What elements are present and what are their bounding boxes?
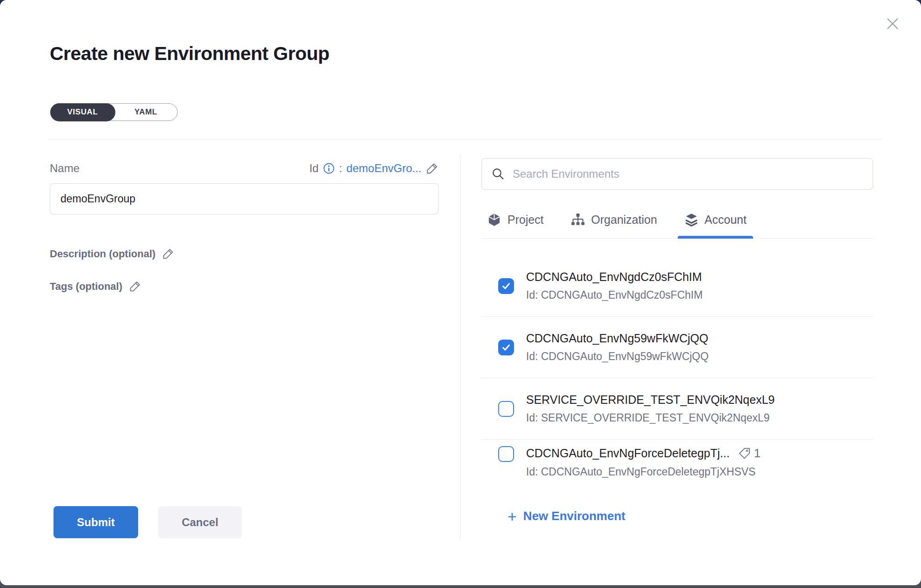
tags-label-row: Tags (optional) (50, 280, 141, 293)
name-row: Name Id : demoEnvGro... (50, 162, 439, 175)
close-icon (884, 15, 901, 33)
environment-name: SERVICE_OVERRIDE_TEST_ENVQik2NqexL9 (526, 393, 774, 407)
tab-account-label: Account (705, 213, 747, 227)
new-environment-label: New Environment (523, 509, 626, 523)
environment-id: Id: CDCNGAuto_EnvNgdCz0sFChIM (526, 289, 703, 301)
org-chart-icon (571, 213, 585, 227)
environment-id: Id: CDCNGAuto_EnvNg59wFkWCjQQ (526, 350, 708, 363)
environment-checkbox[interactable] (498, 401, 514, 417)
check-icon (501, 342, 511, 353)
id-label: Id (309, 162, 319, 175)
edit-description-pencil-icon[interactable] (162, 247, 174, 260)
environment-tags: 1 (738, 446, 761, 461)
tag-count: 1 (754, 446, 761, 461)
edit-id-pencil-icon[interactable] (426, 162, 439, 175)
tab-project-label: Project (507, 213, 544, 227)
cancel-button[interactable]: Cancel (158, 506, 242, 538)
layers-icon (684, 213, 699, 227)
visual-yaml-toggle: VISUAL YAML (50, 103, 178, 121)
vertical-divider (460, 154, 460, 540)
environment-list-item: SERVICE_OVERRIDE_TEST_ENVQik2NqexL9 Id: … (481, 378, 873, 440)
environment-list: CDCNGAuto_EnvNgdCz0sFChIM Id: CDCNGAuto_… (481, 239, 873, 488)
tab-project[interactable]: Project (484, 207, 547, 233)
environment-checkbox[interactable] (498, 446, 514, 462)
name-input[interactable] (50, 183, 439, 214)
environment-text: CDCNGAuto_EnvNg59wFkWCjQQ Id: CDCNGAuto_… (526, 332, 708, 363)
new-environment-button[interactable]: + New Environment (507, 509, 625, 523)
scope-tabs: Project Organization (481, 207, 873, 239)
environment-name: CDCNGAuto_EnvNgdCz0sFChIM (526, 270, 702, 284)
name-label: Name (50, 162, 80, 175)
check-icon (501, 281, 511, 291)
environment-checkbox[interactable] (498, 340, 514, 355)
environment-list-item: CDCNGAuto_EnvNgdCz0sFChIM Id: CDCNGAuto_… (481, 255, 873, 317)
search-box (481, 158, 873, 190)
description-label-row: Description (optional) (50, 247, 174, 260)
toggle-visual[interactable]: VISUAL (50, 103, 115, 121)
environment-checkbox[interactable] (498, 278, 514, 294)
toggle-yaml[interactable]: YAML (114, 104, 177, 120)
environment-name: CDCNGAuto_EnvNgForceDeletegpTj... (526, 447, 730, 460)
submit-button[interactable]: Submit (53, 506, 138, 538)
plus-icon: + (507, 510, 517, 522)
edit-tags-pencil-icon[interactable] (129, 280, 141, 293)
tab-account[interactable]: Account (681, 207, 749, 233)
environment-list-item: CDCNGAuto_EnvNgForceDeletegpTj... 1 Id: … (481, 440, 873, 488)
create-environment-group-dialog: Create new Environment Group VISUAL YAML… (0, 0, 921, 585)
search-environments-input[interactable] (513, 167, 863, 180)
entity-id-group: Id : demoEnvGro... (309, 162, 439, 175)
environment-id: Id: SERVICE_OVERRIDE_TEST_ENVQik2NqexL9 (526, 412, 774, 424)
cube-icon (487, 213, 501, 227)
tab-organization-label: Organization (591, 213, 657, 227)
description-label: Description (optional) (50, 248, 155, 260)
id-separator: : (339, 162, 342, 175)
info-icon[interactable] (323, 162, 335, 174)
environment-text: SERVICE_OVERRIDE_TEST_ENVQik2NqexL9 Id: … (526, 393, 774, 424)
header-divider (50, 139, 882, 140)
environment-id: Id: CDCNGAuto_EnvNgForceDeletegpTjXHSVS (526, 466, 761, 478)
dialog-title: Create new Environment Group (50, 43, 329, 65)
environment-list-item: CDCNGAuto_EnvNg59wFkWCjQQ Id: CDCNGAuto_… (481, 317, 873, 378)
environment-text: CDCNGAuto_EnvNgForceDeletegpTj... 1 Id: … (526, 446, 761, 478)
id-value[interactable]: demoEnvGro... (347, 162, 421, 175)
dialog-actions: Submit Cancel (53, 506, 242, 538)
tag-icon (738, 447, 751, 460)
environments-panel: Project Organization (481, 158, 873, 523)
environment-text: CDCNGAuto_EnvNgdCz0sFChIM Id: CDCNGAuto_… (526, 270, 703, 301)
search-icon (491, 167, 505, 181)
tab-organization[interactable]: Organization (568, 207, 660, 233)
tags-label: Tags (optional) (50, 281, 122, 293)
close-button[interactable] (884, 15, 901, 33)
environment-name: CDCNGAuto_EnvNg59wFkWCjQQ (526, 332, 708, 345)
